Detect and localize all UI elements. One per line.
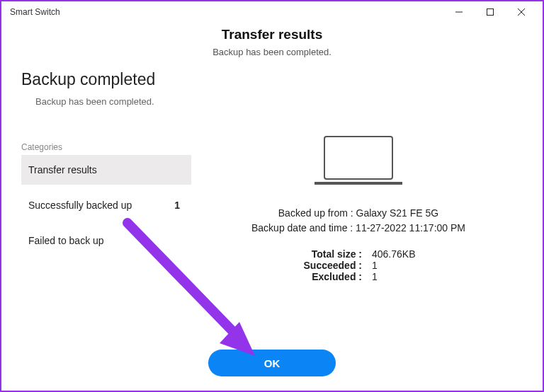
close-icon [518,8,525,16]
backup-stats: Total size : 406.76KB Succeeded : 1 Excl… [291,248,426,282]
summary-title: Backup completed [21,70,191,89]
svg-rect-4 [324,137,392,179]
footer: OK [1,340,543,391]
category-successfully-backed-up[interactable]: Successfully backed up 1 [21,190,191,220]
ok-button[interactable]: OK [208,350,336,376]
content-area: Backup completed Backup has been complet… [1,57,543,340]
laptop-icon [309,134,408,190]
titlebar: Smart Switch [1,1,543,23]
maximize-button[interactable] [475,2,506,22]
stat-total-size: Total size : 406.76KB [291,248,426,260]
page-title: Transfer results [1,27,543,42]
right-panel: Backed up from : Galaxy S21 FE 5G Backup… [191,70,526,340]
svg-rect-5 [314,182,402,185]
category-label: Successfully backed up [28,200,174,211]
category-count: 1 [174,200,180,211]
minimize-icon [455,8,463,16]
category-transfer-results[interactable]: Transfer results [21,155,191,185]
maximize-icon [487,8,494,16]
category-label: Transfer results [28,164,180,175]
stat-excluded: Excluded : 1 [291,271,426,282]
left-panel: Backup completed Backup has been complet… [21,70,191,340]
page-subtitle: Backup has been completed. [1,47,543,57]
categories-label: Categories [21,142,191,152]
backup-date-time: Backup date and time : 11-27-2022 11:17:… [251,221,465,236]
category-label: Failed to back up [28,235,180,246]
svg-rect-1 [487,9,494,16]
summary-subtitle: Backup has been completed. [35,96,191,107]
close-button[interactable] [506,2,537,22]
stat-succeeded: Succeeded : 1 [291,260,426,271]
backed-up-from: Backed up from : Galaxy S21 FE 5G [278,206,438,221]
window-title: Smart Switch [7,7,443,17]
page-header: Transfer results Backup has been complet… [1,27,543,57]
app-window: Smart Switch Transfer results Backup has… [0,0,544,392]
category-failed-to-back-up[interactable]: Failed to back up [21,226,191,255]
minimize-button[interactable] [443,2,475,22]
